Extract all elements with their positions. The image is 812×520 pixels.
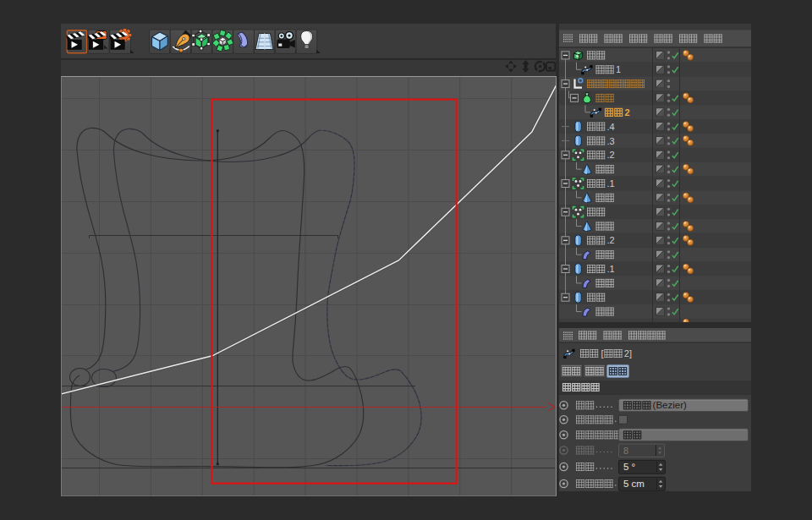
svg-text:1: 1 — [616, 64, 621, 74]
svg-text:.3: .3 — [606, 136, 614, 146]
svg-text:8: 8 — [623, 446, 628, 456]
svg-text:.2: .2 — [606, 150, 614, 160]
svg-text:.4: .4 — [606, 122, 614, 132]
svg-text:5 cm: 5 cm — [623, 479, 645, 489]
svg-text:.1: .1 — [606, 178, 614, 189]
svg-text:.1: .1 — [606, 264, 614, 274]
svg-text:.2: .2 — [606, 235, 614, 245]
svg-text:5 °: 5 ° — [623, 462, 635, 472]
svg-text:2: 2 — [624, 107, 629, 118]
svg-text:[: [ — [601, 348, 603, 359]
svg-text:2]: 2] — [624, 348, 632, 359]
svg-text:(Bezier): (Bezier) — [653, 400, 687, 410]
